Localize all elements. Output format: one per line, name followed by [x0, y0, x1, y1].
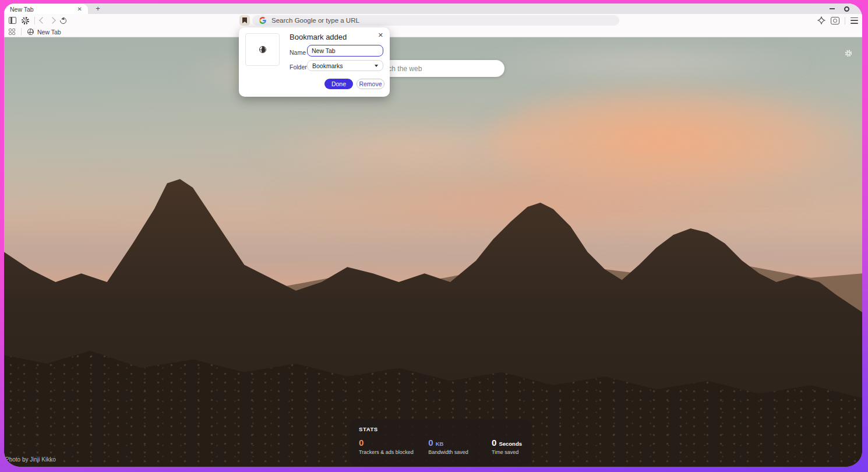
new-tab-page: Search the web STATS 0 Trackers & ads bl…: [4, 37, 862, 467]
stat-time-value: 0: [492, 438, 496, 448]
toolbar: Search Google or type a URL: [4, 14, 862, 27]
stat-trackers-value: 0: [359, 438, 364, 448]
tab-new-tab[interactable]: New Tab ✕: [4, 4, 88, 14]
toolbar-left-group: [9, 14, 66, 27]
chevron-down-icon: [375, 65, 378, 67]
stats-row: 0 Trackers & ads blocked 0 KB Bandwidth …: [359, 438, 522, 455]
back-icon[interactable]: [39, 17, 45, 23]
bookmark-item-new-tab[interactable]: New Tab: [27, 29, 61, 36]
apps-grid-icon[interactable]: [9, 29, 15, 35]
folder-dropdown[interactable]: Bookmarks: [307, 60, 383, 71]
close-icon[interactable]: ✕: [378, 31, 383, 39]
google-logo-icon: [259, 17, 266, 24]
dialog-title: Bookmark added: [290, 33, 347, 41]
divider: [21, 28, 22, 36]
stats-widget: STATS 0 Trackers & ads blocked 0 KB Band…: [350, 419, 531, 466]
bookmark-name-input[interactable]: [307, 45, 383, 57]
sidebar-toggle-icon[interactable]: [9, 17, 16, 24]
forward-icon[interactable]: [49, 17, 55, 23]
folder-label: Folder: [290, 64, 307, 71]
bookmark-filled-icon: [242, 17, 247, 23]
sidebar-panel-icon[interactable]: [831, 17, 839, 24]
stat-trackers-label: Trackers & ads blocked: [359, 449, 428, 455]
address-bar[interactable]: Search Google or type a URL: [252, 15, 619, 26]
name-label: Name: [290, 49, 306, 56]
bookmark-added-dialog: Bookmark added ✕ Name Folder Bookmarks D…: [239, 27, 390, 97]
stat-time: 0 Seconds Time saved: [492, 438, 522, 455]
bookmark-active-button[interactable]: [239, 15, 250, 26]
tab-title: New Tab: [10, 6, 76, 13]
leo-ai-icon[interactable]: [817, 16, 825, 24]
stat-time-label: Time saved: [492, 449, 522, 455]
globe-icon: [27, 29, 34, 35]
globe-icon: [259, 46, 266, 53]
menu-icon[interactable]: [851, 17, 858, 24]
stat-trackers: 0 Trackers & ads blocked: [359, 438, 428, 455]
stat-time-unit: Seconds: [499, 441, 522, 447]
toolbar-right-group: [817, 14, 858, 27]
folder-dropdown-value: Bookmarks: [312, 62, 343, 69]
minimize-button[interactable]: [830, 8, 835, 9]
tab-close-icon[interactable]: ✕: [76, 6, 83, 12]
url-placeholder: Search Google or type a URL: [271, 17, 359, 24]
bookmark-preview-card: [245, 33, 280, 66]
stats-title: STATS: [359, 426, 522, 432]
customize-gear-icon[interactable]: [844, 49, 853, 58]
brave-shell-icon[interactable]: [21, 16, 30, 24]
stat-bandwidth-label: Bandwidth saved: [428, 449, 492, 455]
divider: [34, 17, 35, 24]
done-button[interactable]: Done: [324, 79, 353, 89]
tab-strip: New Tab ✕ +: [4, 3, 862, 14]
stat-bandwidth-value: 0: [428, 438, 433, 448]
reload-icon[interactable]: [59, 16, 68, 24]
background-cloud: [476, 41, 819, 84]
bookmark-item-label: New Tab: [37, 29, 61, 36]
photo-credit: Photo by Jinji Kikko: [5, 456, 56, 463]
remove-button[interactable]: Remove: [357, 79, 384, 89]
new-tab-button[interactable]: +: [93, 3, 103, 14]
stat-bandwidth: 0 KB Bandwidth saved: [428, 438, 492, 455]
browser-window: New Tab ✕ + Search: [4, 3, 862, 467]
divider: [845, 17, 845, 24]
bookmarks-bar: New Tab: [4, 27, 862, 37]
stat-bandwidth-unit: KB: [436, 441, 444, 447]
maximize-button[interactable]: [844, 6, 849, 12]
window-controls: [830, 3, 849, 14]
